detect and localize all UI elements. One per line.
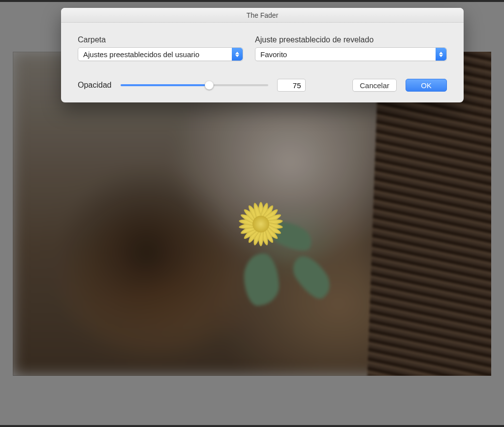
- slider-thumb[interactable]: [205, 81, 214, 90]
- app-background: The Fader Carpeta Ajustes preestablecido…: [0, 0, 504, 427]
- opacity-slider[interactable]: [121, 80, 268, 90]
- preset-label: Ajuste preestablecido de revelado: [255, 35, 447, 44]
- cancel-button[interactable]: Cancelar: [352, 79, 397, 92]
- fader-dialog: The Fader Carpeta Ajustes preestablecido…: [61, 8, 464, 102]
- opacity-input[interactable]: [277, 79, 306, 92]
- updown-icon: [232, 48, 243, 61]
- preset-select[interactable]: Favorito: [255, 47, 447, 61]
- opacity-label: Opacidad: [78, 81, 112, 90]
- folder-select-value: Ajustes preestablecidos del usuario: [83, 50, 199, 59]
- ok-button[interactable]: OK: [406, 79, 447, 92]
- dialog-title: The Fader: [61, 8, 464, 23]
- folder-select[interactable]: Ajustes preestablecidos del usuario: [78, 47, 243, 61]
- preset-select-value: Favorito: [260, 50, 287, 59]
- updown-icon: [436, 48, 446, 61]
- folder-label: Carpeta: [78, 35, 243, 44]
